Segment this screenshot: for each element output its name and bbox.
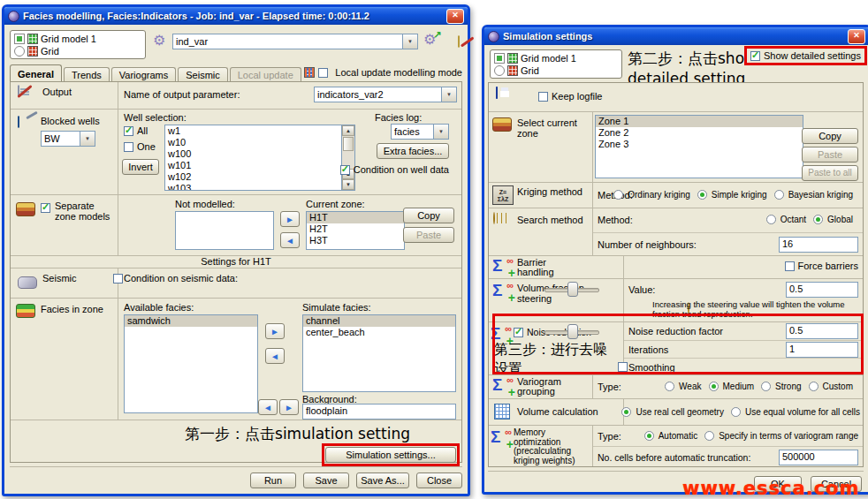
invert-button[interactable]: Invert: [122, 159, 159, 175]
slider-thumb[interactable]: [567, 324, 578, 339]
radio-medium[interactable]: [709, 382, 719, 391]
list-item[interactable]: w103: [165, 183, 354, 191]
radio-ordinary-kriging[interactable]: [613, 190, 623, 200]
list-item[interactable]: w102: [165, 171, 354, 183]
save-button[interactable]: Save: [303, 473, 349, 488]
scroll-thumb[interactable]: [343, 137, 354, 151]
gear-icon[interactable]: ⚙: [153, 34, 165, 48]
scroll-up-icon[interactable]: [342, 125, 354, 136]
save-as-button[interactable]: Save As...: [356, 473, 409, 488]
condition-well-checkbox[interactable]: [340, 165, 350, 175]
not-modelled-list[interactable]: [175, 211, 274, 250]
extra-facies-button[interactable]: Extra facies...: [377, 143, 449, 159]
grid-model-option[interactable]: Grid model 1: [14, 33, 141, 45]
smoothing-checkbox[interactable]: [618, 362, 628, 372]
slider-thumb[interactable]: [567, 282, 578, 297]
tab-variograms[interactable]: Variograms: [111, 67, 176, 82]
combo-arrow-icon[interactable]: [402, 34, 417, 49]
noise-reduction-checkbox[interactable]: [514, 328, 523, 337]
all-wells-option[interactable]: All: [124, 125, 148, 136]
combo-arrow-icon[interactable]: [433, 125, 448, 139]
radio-automatic[interactable]: [644, 431, 654, 441]
simulate-facies-list[interactable]: channel center_beach: [302, 314, 456, 392]
force-barriers-checkbox[interactable]: [785, 261, 795, 271]
simulation-settings-button[interactable]: Simulation settings...: [325, 447, 456, 463]
list-item[interactable]: center_beach: [303, 327, 455, 338]
keep-logfile-checkbox[interactable]: [538, 92, 548, 102]
combo-arrow-icon[interactable]: [80, 132, 95, 146]
close-button[interactable]: Close: [416, 473, 462, 488]
list-item[interactable]: H1T: [307, 212, 404, 223]
zone-list[interactable]: Zone 1 Zone 2 Zone 3: [595, 115, 803, 178]
radio-equal-volume[interactable]: [731, 407, 741, 417]
radio-specify-variogram-range[interactable]: [704, 431, 714, 441]
force-barriers-option[interactable]: Force barriers: [785, 261, 858, 271]
facies-log-combo[interactable]: facies: [391, 124, 449, 140]
radio-simple-kriging[interactable]: [697, 190, 707, 200]
scroll-down-icon[interactable]: [342, 179, 354, 190]
condition-well-option[interactable]: Condition on well data: [340, 164, 449, 175]
tab-general[interactable]: General: [10, 64, 62, 82]
background-field[interactable]: floodplain: [302, 404, 456, 420]
run-button[interactable]: Run: [250, 473, 296, 488]
add-facies-arrow-button[interactable]: [265, 323, 285, 339]
background-left-arrow-button[interactable]: [258, 399, 278, 415]
background-right-arrow-button[interactable]: [279, 399, 299, 415]
list-item[interactable]: Zone 3: [596, 139, 803, 150]
grid-option[interactable]: Grid: [14, 45, 141, 57]
radio-custom[interactable]: [809, 382, 819, 391]
well-list-scrollbar[interactable]: [341, 125, 354, 190]
steering-value-field[interactable]: 0.5: [786, 282, 858, 298]
radio-octant[interactable]: [766, 215, 776, 224]
separate-zones-checkbox[interactable]: [41, 203, 50, 213]
grid-model-option[interactable]: Grid model 1: [494, 52, 618, 64]
move-right-arrow-button[interactable]: [280, 211, 300, 227]
all-checkbox[interactable]: [124, 126, 133, 136]
list-item[interactable]: samdwich: [125, 315, 257, 327]
right-titlebar[interactable]: Simulation settings: [484, 27, 868, 45]
one-checkbox[interactable]: [124, 142, 133, 152]
one-well-option[interactable]: One: [124, 141, 156, 152]
close-icon[interactable]: [848, 29, 865, 44]
output-param-combo[interactable]: indicators_var2: [314, 87, 457, 102]
list-item[interactable]: H3T: [307, 235, 404, 246]
noise-factor-slider[interactable]: [544, 324, 599, 338]
iterations-field[interactable]: 1: [786, 342, 858, 358]
show-detailed-checkbox[interactable]: [750, 51, 760, 61]
truncation-field[interactable]: 500000: [779, 450, 858, 465]
gear-run-icon[interactable]: ⚙: [423, 32, 436, 47]
radio-weak[interactable]: [665, 382, 674, 391]
condition-seismic-checkbox[interactable]: [113, 274, 123, 284]
neighbours-field[interactable]: 16: [779, 237, 858, 253]
move-left-arrow-button[interactable]: [280, 232, 300, 248]
list-item[interactable]: Zone 2: [596, 127, 803, 139]
local-update-mode-checkbox[interactable]: [318, 68, 328, 78]
combo-arrow-icon[interactable]: [441, 87, 456, 102]
radio-bayesian-kriging[interactable]: [774, 190, 784, 200]
bw-combo[interactable]: BW: [41, 131, 95, 147]
list-item[interactable]: w101: [165, 160, 354, 171]
current-zone-list[interactable]: H1T H2T H3T: [306, 211, 405, 250]
radio-real-cell-geometry[interactable]: [621, 407, 631, 417]
radio-strong[interactable]: [761, 382, 771, 391]
close-icon[interactable]: [446, 9, 464, 24]
edit-notepad-icon[interactable]: [458, 35, 460, 48]
list-item[interactable]: w1: [165, 125, 354, 137]
remove-facies-arrow-button[interactable]: [265, 348, 285, 364]
copy-button[interactable]: Copy: [802, 128, 858, 144]
job-combo[interactable]: ind_var: [172, 34, 418, 49]
well-list[interactable]: w1 w10 w100 w101 w102 w103 w104: [164, 125, 355, 191]
tab-seismic[interactable]: Seismic: [178, 67, 228, 82]
grid-option[interactable]: Grid: [494, 64, 618, 77]
keep-logfile-option[interactable]: Keep logfile: [538, 91, 603, 102]
radio-global[interactable]: [813, 215, 823, 224]
left-titlebar[interactable]: Facies modelling, Facies:Indicators - Jo…: [4, 7, 468, 25]
available-facies-list[interactable]: samdwich: [124, 314, 258, 413]
tab-trends[interactable]: Trends: [64, 67, 110, 82]
list-item[interactable]: w10: [165, 137, 354, 148]
list-item[interactable]: w100: [165, 148, 354, 160]
noise-factor-field[interactable]: 0.5: [786, 323, 858, 339]
steering-slider[interactable]: [544, 282, 599, 296]
list-item[interactable]: channel: [303, 315, 455, 327]
copy-button[interactable]: Copy: [403, 208, 454, 223]
